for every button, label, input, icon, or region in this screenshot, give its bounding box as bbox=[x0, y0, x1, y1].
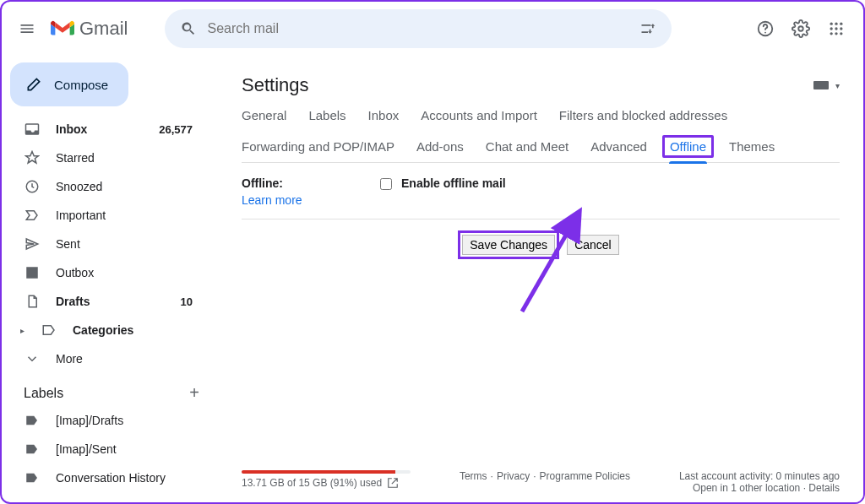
svg-point-9 bbox=[830, 32, 833, 35]
sidebar-item-important[interactable]: Important bbox=[2, 201, 208, 230]
settings-title: Settings bbox=[242, 74, 309, 96]
label-icon bbox=[24, 470, 41, 485]
sidebar-item-label: Snoozed bbox=[56, 180, 193, 193]
label-icon bbox=[24, 413, 41, 428]
storage-text: 13.71 GB of 15 GB (91%) used bbox=[242, 477, 382, 489]
activity-line: Last account activity: 0 minutes ago bbox=[679, 470, 840, 482]
search-options-icon[interactable] bbox=[631, 20, 665, 37]
settings-tab-advanced[interactable]: Advanced bbox=[590, 139, 647, 154]
sidebar-item-label: More bbox=[56, 352, 193, 366]
search-bar[interactable] bbox=[165, 9, 672, 48]
svg-point-8 bbox=[840, 27, 842, 30]
svg-point-4 bbox=[835, 23, 837, 25]
label-text: [Imap]/Sent bbox=[56, 442, 193, 456]
important-icon bbox=[24, 208, 41, 223]
svg-point-1 bbox=[764, 32, 766, 34]
svg-point-7 bbox=[835, 27, 837, 30]
label-text: Conversation History bbox=[56, 471, 193, 485]
sidebar-item-count: 10 bbox=[181, 295, 193, 308]
main-menu-icon[interactable] bbox=[10, 12, 44, 46]
sidebar-item-more[interactable]: More bbox=[2, 344, 208, 373]
sidebar-item-label: Outbox bbox=[56, 266, 193, 279]
settings-tab-themes[interactable]: Themes bbox=[729, 139, 775, 154]
gmail-logo[interactable]: Gmail bbox=[51, 18, 128, 40]
activity-open-link[interactable]: Open in 1 other location bbox=[693, 482, 800, 494]
settings-panel: Settings ▾ GeneralLabelsInboxAccounts an… bbox=[218, 56, 863, 502]
search-input[interactable] bbox=[205, 20, 631, 37]
inbox-icon bbox=[24, 122, 41, 137]
open-storage-icon[interactable] bbox=[387, 477, 399, 489]
settings-tab-general[interactable]: General bbox=[242, 108, 286, 122]
activity-details-link[interactable]: Details bbox=[808, 482, 840, 494]
settings-tab-forwarding-and-pop-imap[interactable]: Forwarding and POP/IMAP bbox=[242, 139, 394, 154]
footer-link-programme-policies[interactable]: Programme Policies bbox=[540, 470, 630, 482]
sidebar-item-label: Important bbox=[56, 209, 193, 222]
settings-tab-chat-and-meet[interactable]: Chat and Meet bbox=[486, 139, 569, 154]
settings-gear-icon[interactable] bbox=[784, 12, 818, 46]
offline-learn-more-link[interactable]: Learn more bbox=[242, 193, 302, 207]
support-icon[interactable] bbox=[748, 12, 782, 46]
storage-info: 13.71 GB of 15 GB (91%) used bbox=[242, 470, 411, 489]
enable-offline-checkbox[interactable] bbox=[380, 178, 392, 190]
labels-heading: Labels bbox=[24, 386, 63, 401]
gmail-brand-text: Gmail bbox=[79, 18, 128, 40]
settings-tab-labels[interactable]: Labels bbox=[308, 108, 345, 122]
sidebar-item-snoozed[interactable]: Snoozed bbox=[2, 172, 208, 201]
outbox-icon bbox=[24, 265, 41, 280]
label-item[interactable]: Conversation History bbox=[2, 463, 208, 492]
svg-point-10 bbox=[835, 32, 837, 35]
footer-link-privacy[interactable]: Privacy bbox=[497, 470, 530, 482]
input-tools-menu[interactable]: ▾ bbox=[813, 79, 840, 91]
sidebar-item-categories[interactable]: ▸Categories bbox=[2, 316, 208, 344]
footer-policies: TermsPrivacyProgramme Policies bbox=[460, 470, 630, 482]
draft-icon bbox=[24, 294, 41, 309]
send-icon bbox=[24, 236, 41, 252]
compose-button[interactable]: Compose bbox=[10, 62, 128, 106]
label-text: [Imap]/Drafts bbox=[56, 414, 193, 427]
settings-tab-offline[interactable]: Offline bbox=[669, 139, 707, 154]
chevron-right-icon: ▸ bbox=[20, 326, 30, 335]
svg-point-11 bbox=[840, 32, 842, 35]
sidebar-item-label: Starred bbox=[56, 151, 193, 165]
settings-tab-filters-and-blocked-addresses[interactable]: Filters and blocked addresses bbox=[559, 108, 727, 122]
sidebar-item-label: Sent bbox=[56, 237, 193, 251]
offline-heading: Offline: bbox=[242, 176, 283, 190]
category-icon bbox=[41, 322, 57, 338]
label-icon bbox=[24, 442, 41, 457]
label-item[interactable]: [Imap]/Drafts bbox=[2, 406, 208, 435]
enable-offline-label: Enable offline mail bbox=[401, 176, 506, 190]
more-icon bbox=[24, 351, 41, 366]
sidebar-item-count: 26,577 bbox=[159, 123, 193, 136]
svg-rect-13 bbox=[813, 81, 829, 89]
sidebar-item-drafts[interactable]: Drafts10 bbox=[2, 287, 208, 316]
account-activity: Last account activity: 0 minutes ago Ope… bbox=[679, 470, 840, 494]
enable-offline-row[interactable]: Enable offline mail bbox=[377, 176, 506, 207]
sidebar-item-label: Drafts bbox=[56, 295, 166, 308]
compose-label: Compose bbox=[54, 78, 108, 92]
settings-tab-add-ons[interactable]: Add-ons bbox=[416, 139, 464, 154]
star-icon bbox=[24, 150, 41, 165]
settings-tab-inbox[interactable]: Inbox bbox=[368, 108, 400, 122]
svg-point-6 bbox=[830, 27, 833, 30]
sidebar-item-starred[interactable]: Starred bbox=[2, 144, 208, 172]
sidebar-item-sent[interactable]: Sent bbox=[2, 230, 208, 258]
cancel-button[interactable]: Cancel bbox=[567, 235, 619, 255]
svg-point-3 bbox=[830, 23, 833, 25]
sidebar-item-outbox[interactable]: Outbox bbox=[2, 258, 208, 287]
sidebar-item-label: Inbox bbox=[56, 122, 144, 136]
clock-icon bbox=[24, 179, 41, 194]
annotation-arrow bbox=[497, 206, 598, 316]
svg-point-2 bbox=[798, 26, 803, 31]
add-label-icon[interactable]: + bbox=[189, 383, 199, 403]
svg-point-5 bbox=[840, 23, 842, 25]
settings-tab-accounts-and-import[interactable]: Accounts and Import bbox=[421, 108, 537, 122]
sidebar: Compose Inbox26,577StarredSnoozedImporta… bbox=[2, 56, 218, 502]
search-icon[interactable] bbox=[171, 20, 205, 37]
save-changes-button[interactable]: Save Changes bbox=[462, 235, 555, 255]
sidebar-item-label: Categories bbox=[73, 323, 193, 337]
footer-link-terms[interactable]: Terms bbox=[460, 470, 487, 482]
sidebar-item-inbox[interactable]: Inbox26,577 bbox=[2, 115, 208, 144]
apps-grid-icon[interactable] bbox=[819, 12, 853, 46]
label-item[interactable]: [Imap]/Sent bbox=[2, 435, 208, 463]
